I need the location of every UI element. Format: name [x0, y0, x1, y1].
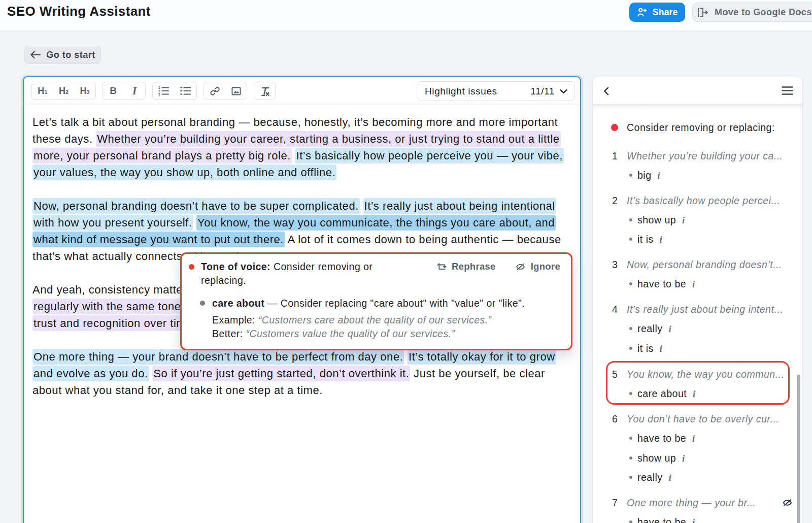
- svg-text:3: 3: [158, 92, 160, 96]
